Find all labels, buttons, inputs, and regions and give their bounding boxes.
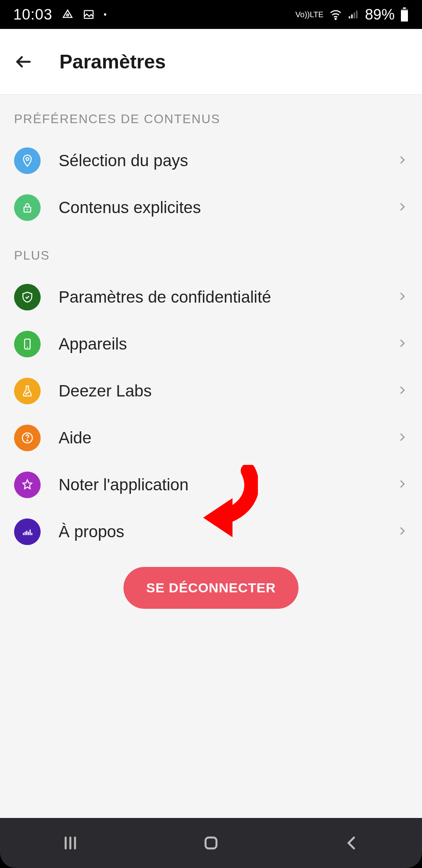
row-privacy-settings[interactable]: Paramètres de confidentialité	[0, 274, 422, 321]
shield-icon	[14, 284, 41, 310]
volte-icon: Vo))LTE	[295, 11, 324, 18]
svg-point-15	[26, 393, 27, 394]
lock-icon	[14, 194, 41, 221]
chevron-right-icon	[396, 197, 408, 218]
flask-icon	[14, 378, 41, 404]
svg-rect-9	[401, 10, 408, 22]
star-icon	[14, 472, 41, 498]
row-explicit-content[interactable]: Contenus explicites	[0, 184, 422, 231]
svg-rect-20	[25, 532, 26, 535]
row-about[interactable]: À propos	[0, 508, 422, 555]
chevron-right-icon	[396, 522, 408, 542]
row-deezer-labs[interactable]: Deezer Labs	[0, 368, 422, 414]
row-label: Deezer Labs	[59, 382, 378, 400]
status-bar: 10:03 Vo))LTE 89%	[0, 0, 422, 29]
svg-rect-23	[30, 529, 31, 535]
drive-icon	[62, 9, 73, 20]
section-header-preferences: PRÉFÉRENCES DE CONTENUS	[0, 95, 422, 137]
svg-point-0	[67, 14, 69, 16]
signal-icon	[348, 9, 359, 20]
svg-rect-7	[403, 7, 406, 9]
chevron-right-icon	[396, 475, 408, 495]
chevron-right-icon	[396, 334, 408, 354]
row-label: Noter l'application	[59, 475, 378, 494]
row-label: Paramètres de confidentialité	[59, 288, 378, 307]
svg-point-2	[335, 18, 336, 20]
svg-rect-5	[354, 13, 355, 18]
pin-icon	[14, 147, 41, 174]
svg-rect-3	[349, 16, 350, 18]
chevron-right-icon	[396, 151, 408, 171]
svg-rect-21	[26, 531, 27, 535]
image-icon	[83, 9, 95, 20]
page-title: Paramètres	[59, 50, 166, 73]
svg-rect-19	[23, 533, 24, 535]
equalizer-icon	[14, 518, 41, 545]
chevron-right-icon	[396, 381, 408, 401]
nav-back-button[interactable]	[342, 834, 361, 852]
svg-rect-4	[351, 14, 353, 18]
system-nav-bar	[0, 818, 422, 868]
chevron-right-icon	[396, 428, 408, 448]
svg-rect-6	[356, 11, 358, 18]
phone-icon	[14, 331, 41, 357]
nav-recents-button[interactable]	[61, 834, 80, 852]
row-label: Aide	[59, 429, 378, 447]
row-country-selection[interactable]: Sélection du pays	[0, 137, 422, 184]
wifi-icon	[329, 8, 342, 21]
row-label: À propos	[59, 522, 378, 541]
battery-percent: 89%	[365, 6, 395, 23]
svg-point-18	[27, 440, 28, 441]
svg-rect-28	[206, 838, 216, 848]
row-label: Appareils	[59, 335, 378, 353]
svg-rect-22	[28, 532, 29, 535]
chevron-right-icon	[396, 287, 408, 307]
svg-rect-24	[31, 533, 32, 535]
status-time: 10:03	[13, 6, 52, 23]
row-label: Sélection du pays	[59, 151, 378, 170]
battery-icon	[400, 7, 409, 22]
row-label: Contenus explicites	[59, 198, 378, 217]
row-help[interactable]: Aide	[0, 414, 422, 461]
help-icon	[14, 425, 41, 451]
app-header: Paramètres	[0, 29, 422, 95]
section-header-plus: PLUS	[0, 231, 422, 274]
row-rate-app[interactable]: Noter l'application	[0, 461, 422, 508]
svg-point-16	[27, 392, 28, 393]
settings-list: PRÉFÉRENCES DE CONTENUS Sélection du pay…	[0, 95, 422, 818]
logout-button[interactable]: SE DÉCONNECTER	[123, 567, 298, 609]
nav-home-button[interactable]	[202, 834, 220, 852]
back-button[interactable]	[14, 52, 33, 71]
svg-point-10	[26, 158, 29, 160]
dot-icon	[104, 13, 106, 16]
row-devices[interactable]: Appareils	[0, 321, 422, 368]
